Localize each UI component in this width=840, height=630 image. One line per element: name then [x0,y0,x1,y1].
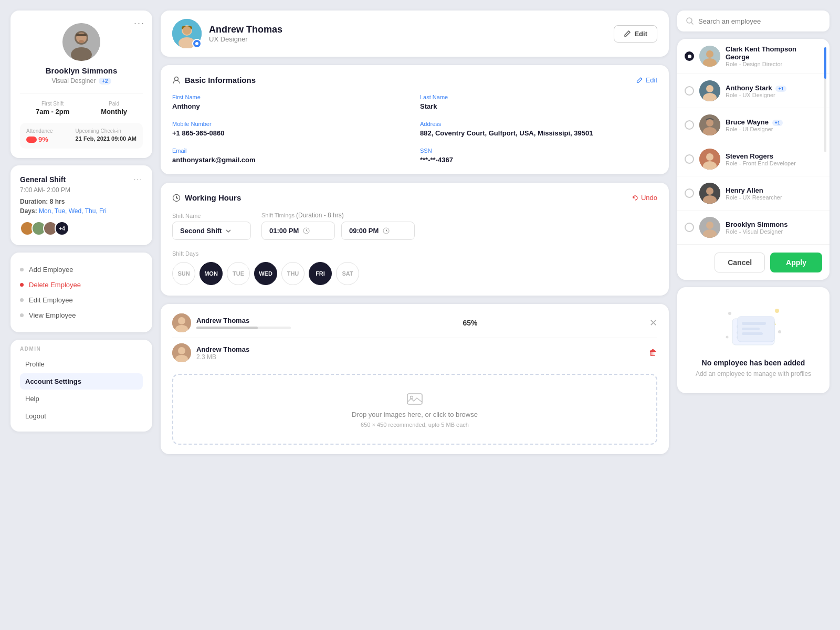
radio-2[interactable] [685,120,694,130]
menu-view-employee[interactable]: View Employee [20,308,143,323]
shift-dots-menu[interactable]: ··· [133,175,143,184]
pay-type: Monthly [101,108,127,116]
ssn-value: ***-**-4367 [420,156,657,164]
svg-point-10 [183,26,191,35]
attendance-toggle-icon[interactable] [26,136,37,143]
first-name-value: Anthony [172,102,410,110]
day-sun[interactable]: SUN [172,262,195,285]
search-box[interactable] [677,10,830,32]
shift-card: General Shift ··· 7:00 AM- 2:00 PM Durat… [10,165,152,245]
profile-role-badge: +2 [99,78,111,85]
apply-button[interactable]: Apply [770,253,822,272]
ssn-label: SSN [420,148,657,154]
profile-avatar [62,23,100,61]
email-value: anthonystark@gmail.com [172,156,410,164]
shift-label: First Shift [36,101,69,107]
svg-point-35 [706,153,713,161]
scrollbar-track [824,47,826,152]
emp-info-4: Henry Allen Role - UX Researcher [726,186,822,201]
emp-avatar-0 [699,46,720,67]
undo-link[interactable]: Undo [632,194,657,202]
employee-item-2[interactable]: Bruce Wayne +1 Role - UI Designer [677,108,830,142]
dropzone-sub: 650 × 450 recommended, upto 5 MB each [361,422,469,428]
emp-avatar-4 [699,183,720,204]
upload-close-button[interactable]: ✕ [649,317,657,329]
svg-rect-54 [742,328,760,330]
checkin-value: 21 Feb, 2021 09:00 AM [76,135,136,142]
emp-info-2: Bruce Wayne +1 Role - UI Designer [726,118,822,132]
radio-4[interactable] [685,188,694,198]
menu-label-delete: Delete Employee [29,281,81,289]
mobile-value: +1 865-365-0860 [172,129,410,137]
employee-header-card: Andrew Thomas UX Designer Edit [161,10,669,57]
dropzone[interactable]: Drop your images here, or click to brows… [172,374,657,445]
radio-5[interactable] [685,223,694,232]
day-tue[interactable]: TUE [227,262,250,285]
profile-dots-menu[interactable]: ··· [134,18,145,29]
dropzone-text: Drop your images here, or click to brows… [352,411,478,418]
day-sat[interactable]: SAT [336,262,359,285]
emp-info-0: Clark Kent Thompson George Role - Design… [726,45,822,67]
search-input[interactable] [698,17,821,25]
menu-edit-employee[interactable]: Edit Employee [20,292,143,308]
file-name: Andrew Thomas [196,345,249,353]
svg-point-41 [706,222,713,229]
upload-avatar [172,313,191,332]
address-value: 882, Coventry Court, Gulfport, USA, Miss… [420,129,657,137]
person-icon [172,76,181,85]
file-row: Andrew Thomas 2.3 MB 🗑 [172,338,657,368]
upload-progress-bar [196,327,258,329]
cancel-button[interactable]: Cancel [715,253,765,272]
employee-item-4[interactable]: Henry Allen Role - UX Researcher [677,176,830,211]
file-delete-button[interactable]: 🗑 [649,348,657,358]
basic-info-grid: First Name Anthony Last Name Stark Mobil… [172,94,657,164]
emp-avatar-3 [699,149,720,170]
menu-delete-employee[interactable]: Delete Employee [20,277,143,292]
profile-role: Visual Desginer [51,77,96,85]
profile-name: Brooklyn Simmons [46,66,118,75]
last-name-value: Stark [420,102,657,110]
undo-icon [632,194,638,201]
employee-item-5[interactable]: Brooklyn Simmons Role - Visual Designer [677,211,830,245]
basic-info-card: Basic Informations Edit First Name Antho… [161,65,669,174]
employee-item-3[interactable]: Steven Rogers Role - Front End Developer [677,142,830,176]
svg-point-5 [79,40,84,43]
clock-icon-end [383,227,390,234]
menu-dot-add [20,268,24,271]
day-thu[interactable]: THU [281,262,304,285]
admin-help-link[interactable]: Help [20,391,143,407]
clock-icon-start [303,227,310,234]
day-fri[interactable]: FRI [309,262,332,285]
admin-profile-link[interactable]: Profile [20,356,143,372]
file-avatar [172,343,191,362]
admin-settings-link[interactable]: Account Settings [20,373,143,390]
working-hours-title: Working Hours [172,193,241,202]
radio-1[interactable] [685,86,694,96]
emp-info-3: Steven Rogers Role - Front End Developer [726,152,822,166]
admin-logout-link[interactable]: Logout [20,408,143,424]
start-time-input[interactable]: 01:00 PM [261,222,335,240]
radio-0[interactable] [685,51,694,61]
edit-icon-blue [636,77,643,83]
admin-card: ADMIN Profile Account Settings Help Logo… [10,340,152,432]
menu-add-employee[interactable]: Add Employee [20,262,143,277]
upload-progress-pct: 65% [463,319,477,327]
shift-time-range: 7:00 AM- 2:00 PM [20,186,143,194]
svg-point-20 [178,347,185,354]
employee-item-0[interactable]: Clark Kent Thompson George Role - Design… [677,39,830,74]
day-wed[interactable]: WED [254,262,277,285]
svg-point-38 [706,187,713,195]
employee-item-1[interactable]: Anthony Stark +1 Role - UX Designer [677,74,830,108]
end-time-input[interactable]: 09:00 PM [341,222,415,240]
day-mon[interactable]: MON [200,262,223,285]
employee-name: Andrew Thomas [209,24,282,35]
basic-info-edit-link[interactable]: Edit [636,76,657,84]
svg-point-43 [728,312,731,315]
shift-name-select[interactable]: Second Shift [172,222,251,240]
employee-edit-button[interactable]: Edit [614,25,657,43]
radio-3[interactable] [685,154,694,164]
menu-card: Add Employee Delete Employee Edit Employ… [10,253,152,332]
file-size: 2.3 MB [196,353,249,361]
clock-icon [172,194,181,202]
chevron-down-icon [226,229,231,233]
